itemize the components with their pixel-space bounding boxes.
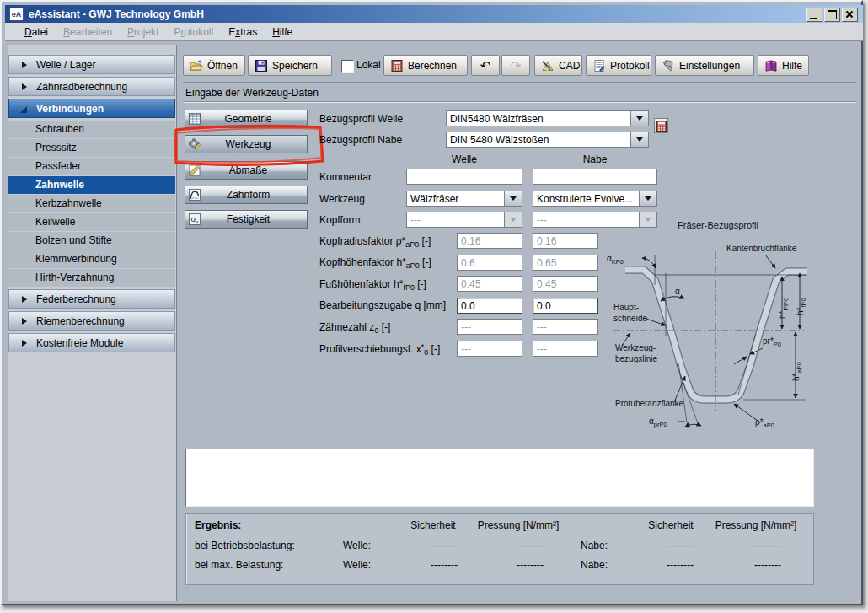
maximize-button[interactable]	[824, 8, 840, 22]
expanded-arrow-icon	[20, 106, 27, 113]
sidebar-item-zahnradberechnung[interactable]: Zahnradberechnung	[8, 77, 175, 96]
open-button[interactable]: Öffnen	[183, 55, 245, 76]
sidebar-item-keilwelle[interactable]: Keilwelle	[8, 213, 175, 231]
menu-hilfe[interactable]: Hilfe	[265, 24, 300, 40]
results-value: --------	[505, 540, 555, 551]
diagram-label-h-ffp0: h*FfP0	[778, 298, 790, 319]
sidebar-item-riemenberechnung[interactable]: Riemenberechnung	[8, 311, 175, 331]
collapsed-arrow-icon	[22, 340, 27, 347]
kopfhoehenfaktor-nabe-field: 0.65	[533, 255, 598, 271]
fusshoehenfaktor-label: Fußhöhenfaktor h*fP0 [-]	[319, 278, 426, 292]
undo-button[interactable]: ↶	[471, 55, 500, 76]
sidebar-item-klemmverbindung[interactable]: Klemmverbindung	[8, 250, 175, 268]
section-title: Eingabe der Werkzeug-Daten	[185, 87, 319, 99]
column-header-nabe: Nabe	[533, 153, 657, 165]
menu-projekt: Projekt	[120, 24, 166, 40]
bezugsprofil-welle-select[interactable]: DIN5480 Wälzfräsen	[446, 110, 649, 126]
sidebar-navigation: Welle / Lager Zahnradberechnung Verbindu…	[8, 45, 177, 601]
chevron-down-icon[interactable]	[630, 132, 648, 147]
sidebar-item-welle-lager[interactable]: Welle / Lager	[8, 55, 175, 74]
diagram-label-h-ap0: h*aP0	[791, 362, 803, 381]
results-header-sicherheit-nabe: Sicherheit	[637, 519, 705, 531]
zahnform-button[interactable]: Zahnform	[185, 186, 308, 204]
protokoll-button[interactable]: Protokoll	[586, 55, 651, 76]
zahnform-profile-icon	[188, 188, 201, 202]
zaehnezahl-nabe-field: ---	[533, 319, 598, 335]
help-book-icon	[764, 59, 778, 73]
diagram-label-h-fp0: h*fP0	[796, 298, 807, 315]
profilverschiebungsfaktor-welle-field: ---	[457, 341, 522, 357]
kopfradiusfaktor-nabe-field: 0.16	[533, 233, 598, 249]
sidebar-item-zahnwelle[interactable]: Zahnwelle	[8, 176, 175, 194]
abmasse-button[interactable]: Abmaße	[185, 161, 308, 180]
calculator-icon	[390, 59, 404, 73]
bezugsprofil-nabe-select[interactable]: DIN 5480 Wälzstoßen	[446, 132, 649, 148]
werkzeug-label: Werkzeug	[319, 193, 365, 205]
fusshoehenfaktor-nabe-field: 0.45	[533, 276, 598, 292]
profilverschiebungsfaktor-nabe-field: ---	[533, 341, 598, 357]
diagram-label-pr-p0: pr*P0	[763, 336, 781, 348]
cad-ruler-pen-icon	[541, 59, 555, 73]
close-button[interactable]	[842, 8, 858, 22]
title-bar[interactable]: eA eAssistant - GWJ Technology GmbH	[5, 5, 863, 23]
diagram-label-alpha-prp0: αprP0	[649, 417, 667, 428]
werkzeug-gear-icon	[188, 137, 201, 151]
kopfform-label: Kopfform	[319, 214, 360, 226]
section-title-underline	[183, 101, 856, 103]
sidebar-item-verbindungen[interactable]: Verbindungen	[8, 99, 175, 118]
column-header-welle: Welle	[406, 153, 522, 165]
sidebar-item-passfeder[interactable]: Passfeder	[8, 158, 175, 175]
minimize-button[interactable]	[806, 8, 822, 22]
sidebar-item-schrauben[interactable]: Schrauben	[8, 121, 175, 138]
profile-calculator-button[interactable]	[654, 118, 668, 133]
sidebar-item-kerbzahnwelle[interactable]: Kerbzahnwelle	[8, 195, 175, 212]
cad-button[interactable]: CAD	[534, 55, 582, 76]
sidebar-item-kostenfreie-module[interactable]: Kostenfreie Module	[8, 333, 175, 352]
kommentar-nabe-input[interactable]	[533, 169, 657, 185]
open-folder-icon	[190, 59, 203, 73]
bearbeitungszugabe-welle-input[interactable]	[457, 298, 522, 314]
collapsed-arrow-icon	[22, 296, 27, 303]
results-value: --------	[419, 559, 469, 571]
chevron-down-icon[interactable]	[630, 111, 648, 126]
results-nabe-label: Nabe:	[581, 540, 608, 551]
save-button[interactable]: Speichern	[248, 55, 332, 76]
kopfform-welle-select: ---	[406, 212, 522, 228]
sidebar-item-presssitz[interactable]: Presssitz	[8, 139, 175, 157]
geometrie-grid-icon	[188, 112, 201, 126]
menu-extras[interactable]: Extras	[221, 24, 265, 40]
menu-datei[interactable]: Datei	[17, 24, 56, 40]
chevron-down-icon[interactable]	[504, 191, 522, 206]
lokal-checkbox[interactable]	[341, 60, 354, 73]
results-value: --------	[655, 559, 705, 571]
sidebar-item-federberechnung[interactable]: Federberechnung	[8, 289, 175, 309]
werkzeug-button[interactable]: Werkzeug	[185, 135, 308, 153]
hilfe-button[interactable]: Hilfe	[758, 55, 809, 76]
fusshoehenfaktor-welle-field: 0.45	[457, 276, 522, 292]
werkzeug-welle-select[interactable]: Wälzfräser	[406, 191, 522, 207]
message-area[interactable]	[185, 449, 814, 507]
menu-protokoll: Protokoll	[166, 24, 221, 40]
lokal-checkbox-label: Lokal	[356, 59, 381, 71]
werkzeug-nabe-select[interactable]: Konstruierte Evolve...	[533, 191, 657, 207]
diagram-title: Fräser-Bezugsprofil	[678, 220, 758, 230]
kommentar-welle-input[interactable]	[406, 169, 522, 185]
chevron-down-icon[interactable]	[639, 191, 656, 206]
zaehnezahl-label: Zähnezahl z0 [-]	[319, 321, 390, 335]
results-panel: Ergebnis: Sicherheit Pressung [N/mm²] Si…	[185, 513, 814, 585]
berechnen-button[interactable]: Berechnen	[383, 55, 468, 76]
fraeser-bezugsprofil-diagram: Fräser-Bezugsprofil	[590, 218, 819, 433]
bearbeitungszugabe-nabe-input[interactable]	[533, 298, 598, 314]
svg-text:σ: σ	[190, 214, 196, 223]
collapsed-arrow-icon	[22, 318, 27, 325]
diagram-label-alpha: α	[675, 287, 680, 296]
einstellungen-button[interactable]: Einstellungen	[655, 55, 754, 76]
sidebar-item-hirth-verzahnung[interactable]: Hirth-Verzahnung	[8, 269, 175, 287]
sidebar-item-bolzen-und-stifte[interactable]: Bolzen und Stifte	[8, 232, 175, 250]
festigkeit-button[interactable]: σx Festigkeit	[185, 210, 308, 229]
geometrie-button[interactable]: Geometrie	[185, 110, 308, 128]
save-floppy-icon	[255, 59, 268, 73]
chevron-down-icon	[504, 212, 522, 227]
profile-band	[625, 270, 807, 400]
results-welle-label: Welle:	[343, 540, 371, 551]
